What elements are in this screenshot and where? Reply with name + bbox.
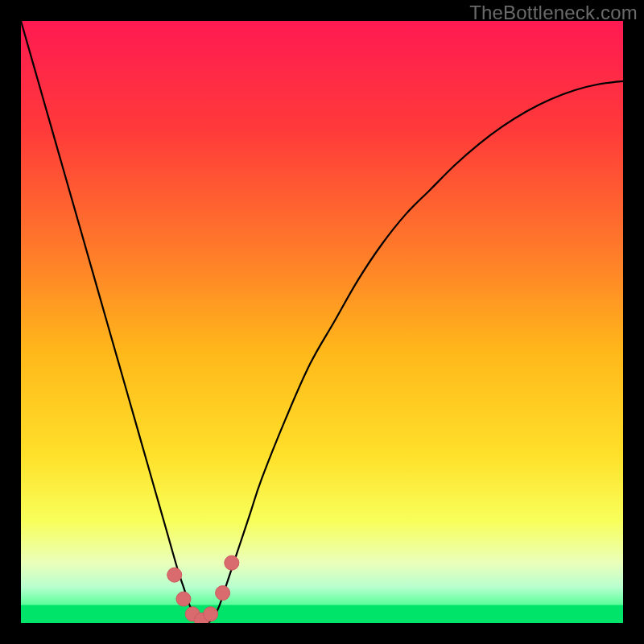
- chart-frame: [21, 21, 623, 623]
- green-band: [21, 605, 623, 623]
- curve-marker: [176, 592, 191, 606]
- curve-marker: [204, 607, 218, 621]
- curve-marker: [216, 586, 230, 601]
- chart-svg: [21, 21, 623, 623]
- curve-marker: [167, 568, 182, 582]
- curve-marker: [225, 555, 239, 570]
- gradient-background: [21, 21, 623, 623]
